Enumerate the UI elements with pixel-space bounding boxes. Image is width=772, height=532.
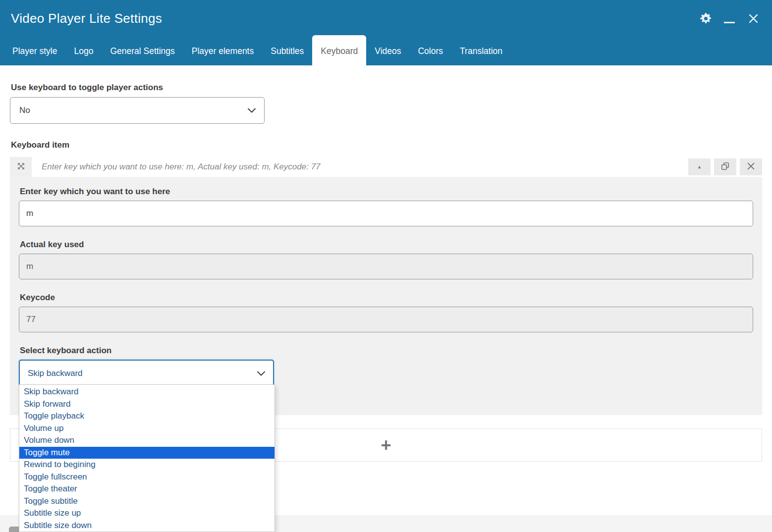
dropdown-option[interactable]: Skip backward bbox=[19, 386, 275, 398]
dropdown-option-highlighted[interactable]: Toggle mute bbox=[19, 447, 275, 459]
use-keyboard-select-value: No bbox=[19, 106, 30, 115]
dropdown-option[interactable]: Subtitle size down bbox=[19, 520, 275, 532]
keycode-label: Keycode bbox=[20, 293, 753, 303]
tab-subtitles[interactable]: Subtitles bbox=[262, 37, 312, 65]
dropdown-option[interactable]: Volume down bbox=[19, 434, 275, 447]
tab-general-settings[interactable]: General Settings bbox=[102, 37, 183, 65]
enter-key-input[interactable] bbox=[19, 201, 753, 226]
settings-gear-icon[interactable] bbox=[699, 11, 713, 25]
close-window-icon[interactable] bbox=[746, 11, 760, 25]
tab-player-style[interactable]: Player style bbox=[4, 37, 65, 65]
title-bar: Video Player Lite Settings bbox=[0, 0, 772, 37]
chevron-down-icon bbox=[247, 108, 256, 113]
keyboard-item-label: Keyboard item bbox=[11, 140, 762, 150]
item-header-buttons: ▲ bbox=[688, 159, 762, 175]
collapse-item-button[interactable]: ▲ bbox=[688, 159, 711, 175]
dropdown-option[interactable]: Toggle playback bbox=[19, 410, 275, 423]
tab-keyboard[interactable]: Keyboard bbox=[312, 35, 366, 65]
tab-player-elements[interactable]: Player elements bbox=[183, 37, 262, 65]
duplicate-icon bbox=[720, 161, 730, 173]
move-icon bbox=[16, 161, 26, 173]
dropdown-option[interactable]: Toggle fullscreen bbox=[19, 471, 275, 483]
dropdown-option[interactable]: Volume up bbox=[19, 423, 275, 435]
drag-handle[interactable] bbox=[10, 157, 32, 177]
close-icon bbox=[747, 162, 755, 172]
plus-icon: + bbox=[381, 436, 391, 454]
dropdown-option[interactable]: Skip forward bbox=[19, 398, 275, 411]
actual-key-label: Actual key used bbox=[20, 240, 753, 250]
top-bar: Video Player Lite Settings Player style … bbox=[0, 0, 772, 65]
minimize-icon[interactable] bbox=[722, 11, 736, 25]
dropdown-option[interactable]: Toggle theater bbox=[19, 483, 275, 495]
tab-colors[interactable]: Colors bbox=[409, 37, 451, 65]
page-title: Video Player Lite Settings bbox=[11, 11, 162, 26]
keycode-input bbox=[19, 307, 753, 332]
use-keyboard-label: Use keyboard to toggle player actions bbox=[11, 83, 762, 93]
duplicate-item-button[interactable] bbox=[714, 159, 736, 175]
dropdown-option[interactable]: Rewind to begining bbox=[19, 459, 275, 471]
dropdown-option[interactable]: Subtitle size up bbox=[19, 507, 275, 520]
actual-key-input bbox=[19, 254, 753, 279]
tab-bar: Player style Logo General Settings Playe… bbox=[0, 37, 772, 65]
keyboard-item-body: Enter key which you want to use here Act… bbox=[10, 177, 762, 415]
tab-translation[interactable]: Translation bbox=[451, 37, 511, 65]
keyboard-action-label: Select keyboard action bbox=[20, 346, 753, 356]
keyboard-item-card: Enter key which you want to use here: m,… bbox=[10, 157, 762, 415]
item-summary-text: Enter key which you want to use here: m,… bbox=[32, 162, 688, 172]
tab-videos[interactable]: Videos bbox=[366, 37, 409, 65]
keyboard-action-select[interactable]: Skip backward bbox=[19, 360, 274, 387]
tab-logo[interactable]: Logo bbox=[65, 37, 102, 65]
enter-key-label: Enter key which you want to use here bbox=[20, 187, 753, 197]
keyboard-item-header: Enter key which you want to use here: m,… bbox=[10, 157, 762, 177]
use-keyboard-select[interactable]: No bbox=[10, 97, 265, 124]
keyboard-action-dropdown: Skip backward Skip forward Toggle playba… bbox=[19, 384, 275, 532]
triangle-up-icon: ▲ bbox=[697, 165, 702, 169]
window-controls bbox=[699, 11, 760, 25]
delete-item-button[interactable] bbox=[740, 159, 762, 175]
keyboard-action-select-value: Skip backward bbox=[28, 369, 83, 378]
dropdown-option[interactable]: Toggle subtitle bbox=[19, 495, 275, 508]
chevron-down-icon bbox=[257, 371, 266, 376]
